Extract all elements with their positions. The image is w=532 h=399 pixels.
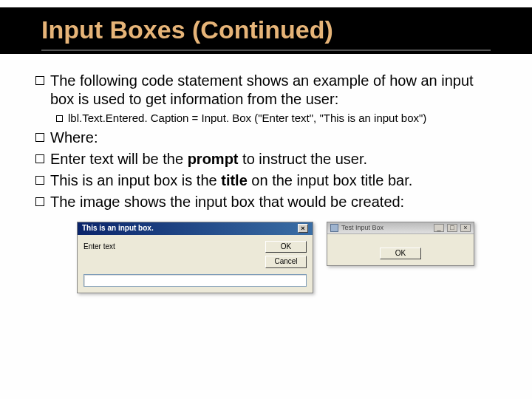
- bullet-square-icon: [35, 154, 44, 163]
- bullet-item: This is an input box is the title on the…: [35, 171, 497, 190]
- bullet-text: This is an input box is the title on the…: [50, 171, 412, 190]
- input-field[interactable]: [83, 274, 307, 287]
- ok-button[interactable]: OK: [265, 241, 307, 253]
- dialog-titlebar: This is an input box. ×: [78, 222, 313, 235]
- dialog-body: Enter text OK Cancel: [78, 235, 313, 274]
- text-fragment: This is an input box is the: [50, 172, 221, 188]
- dialog-body: OK: [327, 234, 474, 265]
- dialog-title: This is an input box.: [82, 224, 154, 233]
- result-dialog: Test Input Box _ □ × OK: [327, 222, 474, 266]
- text-fragment: Enter text will be the: [50, 151, 188, 167]
- ok-button[interactable]: OK: [380, 248, 421, 260]
- bullet-square-icon: [35, 176, 44, 185]
- bullet-text: Where:: [50, 129, 98, 147]
- slide-title: Input Boxes (Continued): [41, 16, 491, 51]
- cancel-button[interactable]: Cancel: [265, 256, 307, 268]
- slide: Input Boxes (Continued) The following co…: [0, 0, 532, 399]
- header-bar: Input Boxes (Continued): [0, 7, 532, 54]
- text-fragment: on the input box title bar.: [248, 172, 413, 188]
- bullet-text: Enter text will be the prompt to instruc…: [50, 150, 367, 168]
- close-button[interactable]: ×: [460, 224, 471, 232]
- dialog-buttons: OK Cancel: [265, 241, 307, 268]
- close-button[interactable]: ×: [298, 224, 308, 233]
- text-bold: title: [221, 172, 248, 188]
- slide-content: The following code statement shows an ex…: [35, 54, 497, 293]
- bullet-text: The image shows the input box that would…: [50, 193, 404, 211]
- bullet-square-icon: [35, 133, 44, 142]
- bullet-item: The image shows the input box that would…: [35, 193, 497, 211]
- bullet-text: The following code statement shows an ex…: [50, 72, 497, 109]
- text-fragment: to instruct the user.: [239, 151, 368, 167]
- bullet-item: Enter text will be the prompt to instruc…: [35, 150, 497, 168]
- app-icon: [330, 224, 338, 232]
- bullet-item: The following code statement shows an ex…: [35, 72, 497, 109]
- bullet-item: Where:: [35, 129, 497, 147]
- screenshot-row: This is an input box. × Enter text OK Ca…: [35, 222, 497, 293]
- text-bold: prompt: [188, 151, 239, 167]
- maximize-button[interactable]: □: [447, 224, 457, 232]
- code-text: lbl.Text.Entered. Caption = Input. Box (…: [68, 112, 426, 126]
- bullet-square-icon: [35, 197, 44, 206]
- bullet-square-icon: [56, 115, 63, 122]
- sub-bullet-item: lbl.Text.Entered. Caption = Input. Box (…: [35, 112, 497, 126]
- inputbox-dialog: This is an input box. × Enter text OK Ca…: [77, 222, 313, 293]
- dialog-titlebar: Test Input Box _ □ ×: [327, 222, 474, 234]
- bullet-square-icon: [35, 76, 44, 85]
- minimize-button[interactable]: _: [434, 224, 444, 232]
- dialog-prompt: Enter text: [83, 241, 259, 268]
- dialog-title: Test Input Box: [341, 224, 431, 232]
